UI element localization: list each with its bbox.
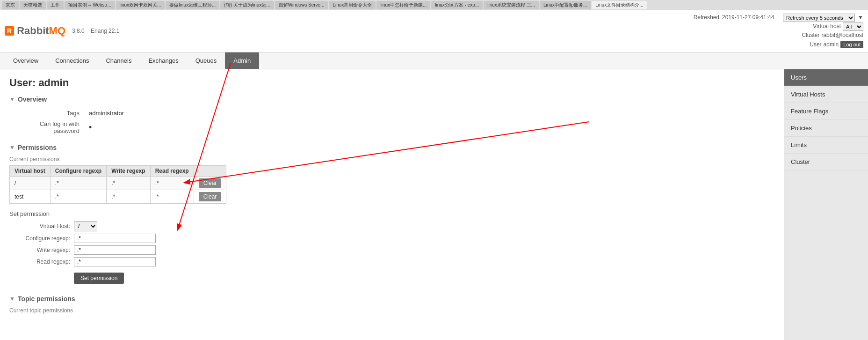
tab-linux9[interactable]: Linux文件目录结构介... xyxy=(592,1,647,9)
form-row-vhost: Virtual Host: / test xyxy=(9,221,774,231)
perm-row1-vhost: / xyxy=(10,176,51,190)
user-value: admin xyxy=(824,40,839,49)
sidebar-item-policies[interactable]: Policies xyxy=(784,120,868,137)
perm-header-read: Read regexp xyxy=(150,165,194,176)
logo: R RabbitMQ xyxy=(5,25,65,37)
form-read-label: Read regexp: xyxy=(9,259,70,265)
tab-work[interactable]: 工作 xyxy=(47,1,64,9)
set-permission-title: Set permission xyxy=(9,210,774,217)
tab-linux6[interactable]: linux分区方案 - exp... xyxy=(431,1,483,9)
tab-tmall[interactable]: 天猫精选 xyxy=(20,1,46,9)
sidebar-item-virtual-hosts[interactable]: Virtual Hosts xyxy=(784,86,868,103)
permissions-table: Virtual host Configure regexp Write rege… xyxy=(9,165,226,204)
write-regexp-input[interactable] xyxy=(74,245,156,255)
logo-text: RabbitMQ xyxy=(17,25,65,37)
form-vhost-label: Virtual Host: xyxy=(9,223,70,229)
tab-linux2[interactable]: 要做linux运维工程师... xyxy=(166,1,219,9)
sidebar: Users Virtual Hosts Feature Flags Polici… xyxy=(784,69,868,340)
perm-row1-write: .* xyxy=(107,176,150,190)
top-right-info: Refreshed 2019-11-27 09:41:44 Refresh ev… xyxy=(694,13,863,49)
version-info: 3.8.0 Erlang 22.1 xyxy=(72,28,119,34)
permissions-section-label: Permissions xyxy=(18,144,57,151)
cluster-row: Cluster rabbit@localhost xyxy=(694,31,863,40)
perm-row1-configure: .* xyxy=(50,176,106,190)
tab-jd[interactable]: 京东 xyxy=(2,1,19,9)
nav-exchanges[interactable]: Exchanges xyxy=(140,52,187,69)
table-row: test .* .* .* Clear xyxy=(10,190,226,203)
tab-webso[interactable]: 项目实例 -- Webso... xyxy=(65,1,115,9)
logo-area: R RabbitMQ 3.8.0 Erlang 22.1 xyxy=(5,25,119,37)
form-write-label: Write regexp: xyxy=(9,247,70,253)
user-row: User admin Log out xyxy=(694,40,863,49)
nav-channels[interactable]: Channels xyxy=(97,52,140,69)
nav-overview[interactable]: Overview xyxy=(5,52,47,69)
tags-row: Tags administrator xyxy=(9,108,196,118)
page-title-user: admin xyxy=(38,77,69,89)
tab-linux3[interactable]: (转) 关于成为linux运... xyxy=(220,1,274,9)
can-log-row: Can log in with password • xyxy=(9,118,196,136)
overview-table: Tags administrator Can log in with passw… xyxy=(9,108,196,136)
nav-bar: Overview Connections Channels Exchanges … xyxy=(0,52,868,69)
refresh-select[interactable]: Refresh every 5 seconds No refresh Refre… xyxy=(783,14,855,22)
content-area: User: admin ▼ Overview Tags administrato… xyxy=(0,69,784,340)
page-title: User: admin xyxy=(9,77,774,89)
topic-permissions-section-label: Topic permissions xyxy=(18,295,75,303)
read-regexp-input[interactable] xyxy=(74,257,156,266)
configure-regexp-input[interactable] xyxy=(74,234,156,243)
tab-linux1[interactable]: linux双网卡双网关... xyxy=(116,1,165,9)
perm-row2-read: .* xyxy=(150,190,194,203)
tags-label: Tags xyxy=(9,108,84,118)
current-permissions-label: Current permissions xyxy=(9,156,774,163)
sidebar-item-feature-flags[interactable]: Feature Flags xyxy=(784,103,868,120)
nav-admin[interactable]: Admin xyxy=(225,52,259,69)
form-vhost-select[interactable]: / test xyxy=(74,221,97,231)
nav-connections[interactable]: Connections xyxy=(47,52,97,69)
perm-table-header-row: Virtual host Configure regexp Write rege… xyxy=(10,165,226,176)
top-header: R RabbitMQ 3.8.0 Erlang 22.1 Refreshed 2… xyxy=(0,10,868,52)
overview-section-header: ▼ Overview xyxy=(9,96,774,103)
virtual-host-select[interactable]: All / test xyxy=(843,22,863,31)
perm-header-action xyxy=(194,165,226,176)
virtual-host-label: Virtual host xyxy=(813,22,841,31)
topic-permissions-arrow-icon: ▼ xyxy=(9,296,15,302)
form-row-write: Write regexp: xyxy=(9,245,774,255)
main-layout: User: admin ▼ Overview Tags administrato… xyxy=(0,69,868,340)
logo-icon: R xyxy=(5,26,14,36)
logout-button[interactable]: Log out xyxy=(840,41,863,48)
perm-row2-write: .* xyxy=(107,190,150,203)
perm-row2-configure: .* xyxy=(50,190,106,203)
perm-row2-vhost: test xyxy=(10,190,51,203)
perm-header-configure: Configure regexp xyxy=(50,165,106,176)
sidebar-item-cluster[interactable]: Cluster xyxy=(784,154,868,170)
perm-row1-read: .* xyxy=(150,176,194,190)
topic-permissions-section-header: ▼ Topic permissions xyxy=(9,295,774,303)
refresh-row: Refreshed 2019-11-27 09:41:44 Refresh ev… xyxy=(694,13,863,22)
page-title-prefix: User: xyxy=(9,77,36,89)
sidebar-item-limits[interactable]: Limits xyxy=(784,137,868,154)
virtual-host-row: Virtual host All / test xyxy=(694,22,863,31)
sidebar-item-users[interactable]: Users xyxy=(784,69,868,86)
clear-button-row1[interactable]: Clear xyxy=(199,178,222,188)
tab-linux5[interactable]: linux中怎样给予新建... xyxy=(376,1,430,9)
table-row: / .* .* .* Clear xyxy=(10,176,226,190)
nav-queues[interactable]: Queues xyxy=(187,52,225,69)
perm-row1-action: Clear xyxy=(194,176,226,190)
tab-windows[interactable]: 图解Windows Serve... xyxy=(275,1,328,9)
clear-button-row2[interactable]: Clear xyxy=(199,192,222,201)
tab-linux8[interactable]: Linux中配置ftp服务... xyxy=(540,1,591,9)
cluster-label: Cluster xyxy=(802,31,819,40)
tab-linux4[interactable]: Linux常用命令大全 xyxy=(329,1,376,9)
cluster-value: rabbit@localhost xyxy=(821,31,863,40)
perm-header-vhost: Virtual host xyxy=(10,165,51,176)
tab-linux7[interactable]: linux系统安装流程 三... xyxy=(484,1,539,9)
set-permission-button[interactable]: Set permission xyxy=(74,273,124,284)
perm-header-write: Write regexp xyxy=(107,165,150,176)
perm-row2-action: Clear xyxy=(194,190,226,203)
permissions-arrow-icon: ▼ xyxy=(9,144,15,151)
user-label: User xyxy=(810,40,821,49)
overview-section-label: Overview xyxy=(18,96,47,103)
form-configure-label: Configure regexp: xyxy=(9,235,70,242)
svg-line-1 xyxy=(185,122,589,183)
overview-arrow-icon: ▼ xyxy=(9,96,15,103)
current-topic-label: Current topic permissions xyxy=(9,307,774,314)
